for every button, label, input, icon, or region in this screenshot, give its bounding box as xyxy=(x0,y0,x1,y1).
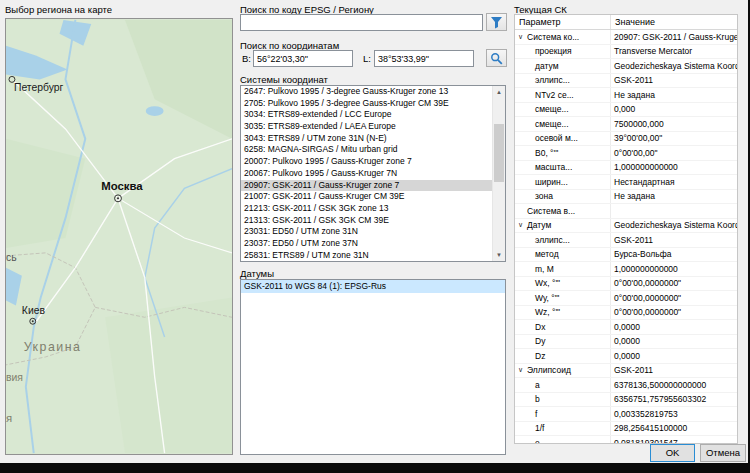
crs-list-item[interactable]: 3035: ETRS89-extended / LAEA Europe xyxy=(241,121,492,133)
filter-button[interactable] xyxy=(486,13,507,31)
latitude-input[interactable] xyxy=(253,50,353,67)
param-name-cell: проекция xyxy=(515,45,611,59)
param-name-cell: Система ко... xyxy=(515,30,611,44)
datums-title: Датумы xyxy=(240,268,274,279)
param-row[interactable]: Wy, °'" 0°00'00,0000000" xyxy=(515,291,737,306)
param-row[interactable]: проекция Transverse Mercator xyxy=(515,45,737,60)
map-label-moscow: Москва xyxy=(101,180,143,192)
scroll-down-icon[interactable] xyxy=(493,249,505,261)
crs-list-item[interactable]: 6258: MAGNA-SIRGAS / Mitu urban grid xyxy=(241,144,492,156)
crs-list-item[interactable]: 23037: ED50 / UTM zone 37N xyxy=(241,238,492,250)
param-row[interactable]: смеще... 0,000 xyxy=(515,103,737,118)
param-value-cell: 0,000 xyxy=(611,104,737,114)
param-row[interactable]: m, M 1,000000000000 xyxy=(515,262,737,277)
param-value-cell: GSK-2011 xyxy=(611,235,737,245)
crs-list-item[interactable]: 3034: ETRS89-extended / LCC Europe xyxy=(241,109,492,121)
longitude-input[interactable] xyxy=(374,50,474,67)
param-row[interactable]: осевой м... 39°00'00,00" xyxy=(515,132,737,147)
coord-search-button[interactable] xyxy=(486,49,507,67)
param-row[interactable]: Система в... xyxy=(515,204,737,219)
region-map[interactable]: Петербург Москва Киев Украина сь вия я xyxy=(6,19,232,454)
scrollbar-thumb[interactable] xyxy=(494,124,504,182)
param-value-cell: 0,0000 xyxy=(611,336,737,346)
param-row[interactable]: смеще... 7500000,000 xyxy=(515,117,737,132)
param-row[interactable]: Wx, °'" 0°00'00,0000000" xyxy=(515,277,737,292)
epsg-search-input[interactable] xyxy=(240,14,483,31)
b-label: B: xyxy=(242,53,251,64)
param-value-cell: Не задана xyxy=(611,90,737,100)
param-row[interactable]: 1/f 298,256415100000 xyxy=(515,422,737,437)
expander-icon[interactable] xyxy=(518,221,527,229)
datum-list-item[interactable]: GSK-2011 to WGS 84 (1): EPSG-Rus xyxy=(241,280,505,293)
param-value-cell: 7500000,000 xyxy=(611,119,737,129)
ok-button[interactable]: OK xyxy=(650,444,695,462)
crs-list-item[interactable]: 3043: ETRS89 / UTM zone 31N (N-E) xyxy=(241,133,492,145)
param-value-cell: 6356751,757955603302 xyxy=(611,394,737,404)
crs-list-item[interactable]: 25831: ETRS89 / UTM zone 31N xyxy=(241,250,492,261)
map-label-partial-1: сь xyxy=(6,252,17,263)
crs-list-item[interactable]: 2647: Pulkovo 1995 / 3-degree Gauss-Krug… xyxy=(241,86,492,98)
param-name-cell: метод xyxy=(515,248,611,262)
crs-list-scrollbar[interactable] xyxy=(492,86,505,261)
scroll-up-icon[interactable] xyxy=(493,86,505,98)
param-row[interactable]: масшта... 1,000000000000 xyxy=(515,161,737,176)
param-row[interactable]: Датум Geodezicheskaya Sistema Koordinat … xyxy=(515,219,737,234)
cancel-button[interactable]: Отмена xyxy=(700,444,746,462)
param-name-cell: Dy xyxy=(515,335,611,349)
param-name-cell: B0, °'" xyxy=(515,146,611,160)
param-row[interactable]: Dz 0,0000 xyxy=(515,349,737,364)
crs-list-item[interactable]: 21213: GSK-2011 / GSK 3GK zone 13 xyxy=(241,203,492,215)
param-name-cell: b xyxy=(515,393,611,407)
params-table-header: Параметр Значение xyxy=(515,15,737,30)
params-table-body: Система ко... 20907: GSK-2011 / Gauss-Kr… xyxy=(515,30,737,444)
param-value-cell: 6378136,500000000000 xyxy=(611,380,737,390)
expander-icon[interactable] xyxy=(518,33,527,41)
expander-icon[interactable] xyxy=(518,366,527,374)
param-row[interactable]: Эллипсоид GSK-2011 xyxy=(515,364,737,379)
crs-list-item[interactable]: 20007: Pulkovo 1995 / Gauss-Kruger zone … xyxy=(241,156,492,168)
param-row[interactable]: b 6356751,757955603302 xyxy=(515,393,737,408)
crs-list-item[interactable]: 23031: ED50 / UTM zone 31N xyxy=(241,226,492,238)
param-name-cell: эллипс... xyxy=(515,233,611,247)
param-value-cell: 0,0000 xyxy=(611,351,737,361)
param-row[interactable]: e 0,081819301547 xyxy=(515,436,737,444)
param-row[interactable]: Dx 0,0000 xyxy=(515,320,737,335)
l-label: L: xyxy=(363,53,371,64)
param-name-cell: f xyxy=(515,407,611,421)
param-row[interactable]: NTv2 се... Не задана xyxy=(515,88,737,103)
crs-list-item[interactable]: 20907: GSK-2011 / Gauss-Kruger zone 7 xyxy=(241,180,492,192)
map-panel-title: Выбор региона на карте xyxy=(5,4,112,15)
crs-list-item[interactable]: 2705: Pulkovo 1995 / 3-degree Gauss-Krug… xyxy=(241,98,492,110)
param-value-cell: 0°00'00,0000000" xyxy=(611,278,737,288)
param-value-cell: 0,003352819753 xyxy=(611,409,737,419)
param-row[interactable]: Dy 0,0000 xyxy=(515,335,737,350)
param-row[interactable]: ширин... Нестандартная xyxy=(515,175,737,190)
value-column-header: Значение xyxy=(611,17,659,27)
param-row[interactable]: Система ко... 20907: GSK-2011 / Gauss-Kr… xyxy=(515,30,737,45)
param-row[interactable]: зона Не задана xyxy=(515,190,737,205)
param-row[interactable]: Wz, °'" 0°00'00,0000000" xyxy=(515,306,737,321)
param-row[interactable]: f 0,003352819753 xyxy=(515,407,737,422)
param-value-cell: 1,000000000000 xyxy=(611,264,737,274)
param-row[interactable]: метод Бурса-Вольфа xyxy=(515,248,737,263)
param-row[interactable]: датум Geodezicheskaya Sistema Koordinat … xyxy=(515,59,737,74)
param-value-cell: 0°00'00,0000000" xyxy=(611,307,737,317)
param-value-cell: GSK-2011 xyxy=(611,365,737,375)
crs-list-item[interactable]: 20067: Pulkovo 1995 / Gauss-Kruger 7N xyxy=(241,168,492,180)
param-value-cell: 0,0000 xyxy=(611,322,737,332)
param-row[interactable]: эллипс... GSK-2011 xyxy=(515,233,737,248)
param-name-cell: осевой м... xyxy=(515,132,611,146)
crs-list-item[interactable]: 21007: GSK-2011 / Gauss-Kruger CM 39E xyxy=(241,191,492,203)
crs-list-item[interactable]: 21313: GSK-2011 / GSK 3GK CM 39E xyxy=(241,215,492,227)
param-row[interactable]: эллипс... GSK-2011 xyxy=(515,74,737,89)
param-value-cell: Transverse Mercator xyxy=(611,46,737,56)
param-value-cell: Geodezicheskaya Sistema Koordinat 2011 xyxy=(611,220,737,230)
param-value-cell: 1,000000000000 xyxy=(611,162,737,172)
param-name-cell: a xyxy=(515,378,611,392)
params-table: Параметр Значение Система ко... 20907: G… xyxy=(514,14,738,444)
param-row[interactable]: a 6378136,500000000000 xyxy=(515,378,737,393)
crs-list: 2647: Pulkovo 1995 / 3-degree Gauss-Krug… xyxy=(241,86,492,261)
param-name-cell: Датум xyxy=(515,219,611,233)
param-name-cell: Эллипсоид xyxy=(515,364,611,378)
param-row[interactable]: B0, °'" 0°00'00,00" xyxy=(515,146,737,161)
